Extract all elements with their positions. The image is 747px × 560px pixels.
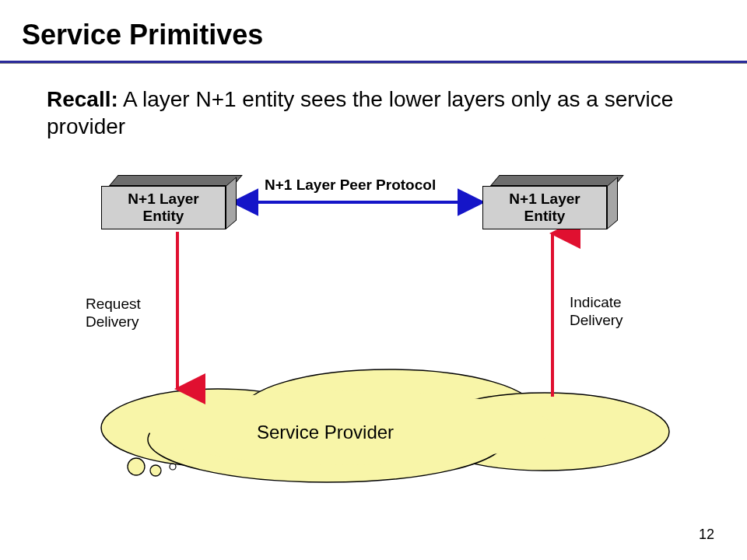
request-line2: Delivery	[86, 313, 139, 330]
left-entity-line1: N+1 Layer	[128, 191, 198, 207]
slide: Service Primitives Recall: A layer N+1 e…	[0, 0, 747, 560]
indicate-line1: Indicate	[570, 294, 622, 310]
box-side-face	[607, 177, 618, 229]
cloud-label: Service Provider	[257, 422, 394, 443]
indicate-line2: Delivery	[570, 312, 623, 328]
request-line1: Request	[86, 296, 141, 312]
left-entity-label: N+1 Layer Entity	[101, 186, 226, 229]
left-entity-line2: Entity	[143, 208, 184, 224]
box-side-face	[226, 177, 237, 229]
left-entity-box: N+1 Layer Entity	[101, 175, 226, 229]
right-entity-label: N+1 Layer Entity	[482, 186, 607, 229]
page-number: 12	[699, 527, 714, 543]
svg-point-5	[128, 458, 145, 475]
svg-point-2	[420, 393, 669, 471]
right-entity-box: N+1 Layer Entity	[482, 175, 607, 229]
right-entity-line1: N+1 Layer	[509, 191, 580, 207]
box-top-face	[490, 175, 624, 186]
peer-protocol-label: N+1 Layer Peer Protocol	[265, 177, 436, 194]
svg-point-6	[150, 465, 161, 476]
svg-point-7	[170, 464, 176, 470]
right-entity-line2: Entity	[524, 208, 566, 224]
indicate-label: Indicate Delivery	[570, 294, 623, 330]
box-top-face	[109, 175, 243, 186]
diagram: N+1 Layer Entity N+1 Layer Entity N+1 La…	[0, 0, 747, 560]
diagram-svg	[0, 0, 747, 560]
request-label: Request Delivery	[86, 296, 141, 331]
